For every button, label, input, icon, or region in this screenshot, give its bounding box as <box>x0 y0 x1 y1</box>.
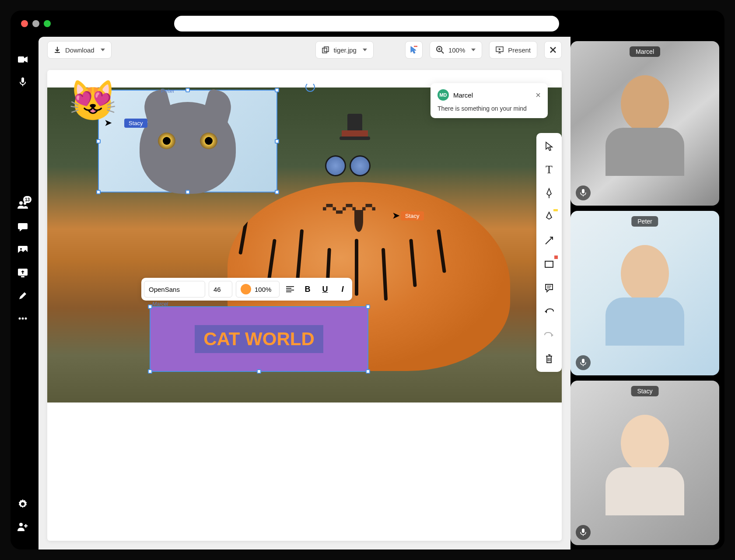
svg-point-3 <box>19 201 23 205</box>
svg-line-32 <box>546 237 553 244</box>
screen-share-icon[interactable] <box>18 268 28 278</box>
pen-tool[interactable] <box>541 186 557 201</box>
zoom-control[interactable]: 100% <box>430 41 482 59</box>
svg-rect-1 <box>21 77 24 83</box>
comment-author: Marcel <box>453 91 473 99</box>
camera-icon[interactable] <box>18 54 28 65</box>
stacy-cursor: ➤ Stacy <box>104 117 147 129</box>
text-box-selection[interactable]: CAT WORLD <box>150 306 368 372</box>
cursor-icon: ➤ <box>104 117 112 129</box>
video-tile-marcel[interactable]: Marcel <box>570 41 719 206</box>
svg-point-9 <box>19 318 21 320</box>
delete-tool[interactable] <box>541 351 557 367</box>
window-zoom-icon[interactable] <box>44 20 51 27</box>
svg-rect-36 <box>582 189 584 193</box>
editor-toolbar: Download tiger.jpg 100% <box>38 37 570 63</box>
bold-button[interactable]: B <box>301 281 315 298</box>
svg-point-6 <box>20 248 22 250</box>
chevron-down-icon <box>471 49 476 51</box>
svg-point-13 <box>19 523 23 526</box>
underline-button[interactable]: U <box>318 281 332 298</box>
editor-canvas[interactable]: 😻 Peter <box>47 70 562 541</box>
undo-button[interactable] <box>541 304 557 319</box>
cursor-label: Stacy <box>401 211 424 220</box>
settings-icon[interactable] <box>18 499 28 509</box>
mic-indicator-icon[interactable] <box>576 186 591 200</box>
redo-button[interactable] <box>541 327 557 343</box>
chevron-down-icon <box>363 49 367 51</box>
svg-point-12 <box>21 502 24 506</box>
app-sidebar: 13 <box>10 37 35 550</box>
zoom-value: 100% <box>448 46 465 54</box>
chat-icon[interactable] <box>18 222 28 233</box>
peter-cursor-label: Peter <box>161 88 175 94</box>
file-select[interactable]: tiger.jpg <box>315 41 374 59</box>
filename-label: tiger.jpg <box>333 46 357 54</box>
video-name-label: Peter <box>631 216 658 227</box>
mic-icon[interactable] <box>18 77 28 88</box>
comment-message: There is something on your mind <box>438 105 541 112</box>
comment-tool[interactable] <box>541 280 557 296</box>
color-opacity-control[interactable]: 100% <box>236 281 280 298</box>
svg-line-20 <box>441 51 444 53</box>
video-tile-stacy[interactable]: Stacy <box>570 381 719 545</box>
goatee-drawing[interactable] <box>354 210 363 232</box>
video-panel: Marcel Peter Stacy <box>570 37 724 550</box>
align-left-button[interactable] <box>283 281 297 298</box>
opacity-value: 100% <box>255 286 271 293</box>
copy-icon <box>322 46 329 53</box>
text-tool[interactable]: T <box>541 162 557 178</box>
svg-rect-33 <box>545 261 553 267</box>
highlighter-tool[interactable] <box>541 209 557 225</box>
svg-point-11 <box>25 318 27 320</box>
participants-icon[interactable]: 13 <box>18 200 28 210</box>
color-swatch <box>241 284 251 294</box>
close-comment-button[interactable]: × <box>536 90 541 100</box>
close-icon <box>550 46 556 53</box>
cat-image-selection[interactable] <box>98 90 277 192</box>
url-bar[interactable] <box>174 16 559 32</box>
svg-rect-17 <box>324 47 329 52</box>
rectangle-tool[interactable] <box>541 256 557 272</box>
pointer-tool-button[interactable] <box>405 41 423 59</box>
svg-rect-40 <box>582 528 584 533</box>
select-tool[interactable] <box>541 138 557 154</box>
window-close-icon[interactable] <box>21 20 28 27</box>
comment-avatar: MD <box>438 89 449 101</box>
svg-point-10 <box>22 318 24 320</box>
video-name-label: Stacy <box>631 386 658 396</box>
canvas-text: CAT WORLD <box>203 329 315 349</box>
add-user-icon[interactable] <box>18 522 28 532</box>
top-hat-drawing[interactable] <box>340 114 370 144</box>
image-icon[interactable] <box>18 245 28 256</box>
cursor-icon: ➤ <box>392 210 400 221</box>
glasses-drawing[interactable] <box>325 155 371 178</box>
present-button[interactable]: Present <box>489 41 537 59</box>
download-button[interactable]: Download <box>47 41 112 59</box>
stacy-cursor-2: ➤ Stacy <box>392 210 424 221</box>
more-icon[interactable] <box>18 313 28 324</box>
mic-indicator-icon[interactable] <box>576 525 591 540</box>
draw-icon[interactable] <box>18 290 28 301</box>
rotate-handle-icon[interactable] <box>305 82 315 92</box>
arrow-tool[interactable] <box>541 233 557 248</box>
participants-badge: 13 <box>23 196 32 203</box>
drawing-tools-panel: T <box>536 133 562 372</box>
font-size-input[interactable] <box>209 281 232 298</box>
window-minimize-icon[interactable] <box>32 20 39 27</box>
download-icon <box>54 46 61 53</box>
svg-rect-38 <box>582 359 584 363</box>
close-editor-button[interactable] <box>544 41 562 59</box>
cursor-label: Stacy <box>124 119 147 128</box>
font-family-input[interactable] <box>144 281 205 298</box>
svg-rect-16 <box>322 48 327 53</box>
download-label: Download <box>65 46 94 54</box>
present-icon <box>496 46 504 53</box>
italic-button[interactable]: I <box>336 281 350 298</box>
present-label: Present <box>508 46 531 54</box>
video-name-label: Marcel <box>630 46 660 57</box>
window-titlebar <box>10 10 724 37</box>
svg-rect-0 <box>18 56 24 63</box>
mic-indicator-icon[interactable] <box>576 355 591 370</box>
video-tile-peter[interactable]: Peter <box>570 211 719 375</box>
